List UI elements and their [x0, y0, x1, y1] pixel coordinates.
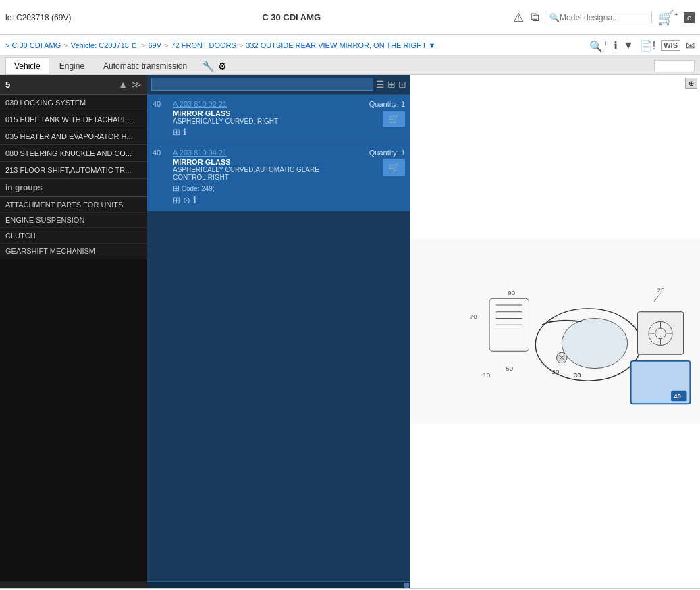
sidebar-item-030[interactable]: 030 LOCKING SYSTEM — [0, 95, 147, 111]
part-name-1: MIRROR GLASS — [173, 109, 364, 117]
part-pos-2: 40 — [153, 149, 167, 205]
extra-button[interactable]: e — [684, 12, 695, 23]
part-code-1[interactable]: A 203 810 02 21 — [173, 100, 364, 108]
sidebar-expand-btn[interactable]: ≫ — [132, 79, 142, 90]
parts-list-view-btn[interactable]: ☰ — [376, 79, 385, 90]
breadcrumb: > C 30 CDI AMG > Vehicle: C203718 🗒 > 69… — [0, 35, 700, 56]
breadcrumb-sep1: > — [63, 41, 68, 49]
parts-list: 40 A 203 810 02 21 MIRROR GLASS ASPHERIC… — [147, 95, 410, 581]
tab-icon-1[interactable]: 🔧 — [203, 61, 214, 72]
sidebar-filler — [0, 259, 147, 581]
sidebar: 5 ▲ ≫ 030 LOCKING SYSTEM 015 FUEL TANK W… — [0, 75, 147, 588]
parts-search-input[interactable] — [151, 78, 373, 91]
svg-text:50: 50 — [506, 365, 513, 373]
part-qty-cart-1: Quantity: 1 🛒 — [369, 100, 405, 137]
tab-search-input[interactable] — [654, 60, 695, 72]
svg-point-2 — [562, 319, 628, 369]
house-icon-1: ⊞ — [173, 127, 180, 137]
warning-icon[interactable]: ⚠ — [512, 9, 525, 26]
parts-grid-view-btn[interactable]: ⊞ — [387, 79, 396, 90]
part-details-1: A 203 810 02 21 MIRROR GLASS ASPHERICALL… — [173, 100, 364, 137]
breadcrumb-72[interactable]: 72 FRONT DOORS — [171, 41, 236, 49]
breadcrumb-sep4: > — [239, 41, 243, 49]
sidebar-item-015[interactable]: 015 FUEL TANK WITH DETACHABL... — [0, 111, 147, 128]
diagram-svg: 25 70 90 50 20 30 10 40 70 90 50 20 30 1… — [410, 237, 700, 426]
tabs: Vehicle Engine Automatic transmission 🔧 … — [0, 56, 700, 75]
part-desc-1: ASPHERICALLY CURVED, RIGHT — [173, 117, 364, 125]
tab-automatic-transmission[interactable]: Automatic transmission — [95, 57, 196, 74]
svg-text:30: 30 — [574, 372, 581, 379]
parts-compact-view-btn[interactable]: ⊡ — [398, 79, 406, 90]
info-icon-2[interactable]: ℹ — [193, 195, 196, 205]
sidebar-sub-engine-suspension[interactable]: ENGINE SUSPENSION — [0, 213, 147, 228]
sidebar-header-title: 5 — [5, 80, 10, 90]
breadcrumb-332[interactable]: 332 OUTSIDE REAR VIEW MIRROR, ON THE RIG… — [246, 41, 435, 49]
parts-scrollbar-thumb — [404, 583, 409, 588]
tab-icons: 🔧 ⚙ — [203, 61, 227, 72]
part-details-2: A 203 810 04 21 MIRROR GLASS ASPHERICALL… — [173, 149, 364, 205]
svg-text:90: 90 — [508, 290, 515, 297]
diagram-panel: ⊕ — [410, 75, 700, 588]
part-qty-cart-2: Quantity: 1 🛒 — [369, 149, 405, 205]
sidebar-header: 5 ▲ ≫ — [0, 75, 147, 95]
part-meta-2: ⊞ Code: 249; — [173, 184, 364, 193]
tab-search — [654, 60, 695, 72]
breadcrumb-sep3: > — [164, 41, 168, 49]
info-btn[interactable]: ℹ — [614, 39, 618, 52]
sidebar-scrollbar — [0, 581, 147, 588]
part-icons-1: ⊞ ℹ — [173, 127, 364, 137]
part-item-1[interactable]: 40 A 203 810 02 21 MIRROR GLASS ASPHERIC… — [147, 95, 410, 143]
info-icon-1[interactable]: ℹ — [183, 127, 186, 137]
part-name-2: MIRROR GLASS — [173, 158, 364, 166]
svg-text:20: 20 — [552, 369, 560, 376]
cart-container: 🛒+ — [656, 8, 680, 27]
house-icon-2: ⊞ — [173, 195, 180, 205]
svg-text:70: 70 — [470, 313, 477, 320]
breadcrumb-vehicle[interactable]: Vehicle: C203718 🗒 — [71, 41, 138, 49]
model-title: C 30 CDI AMG — [71, 12, 512, 22]
sidebar-sub-gearshift[interactable]: GEARSHIFT MECHANISM — [0, 244, 147, 259]
parts-scrollbar[interactable] — [147, 581, 410, 588]
qty-label-2: Quantity: 1 — [369, 149, 405, 157]
part-code-2[interactable]: A 203 810 04 21 — [173, 149, 364, 157]
main: 5 ▲ ≫ 030 LOCKING SYSTEM 015 FUEL TANK W… — [0, 75, 700, 588]
circle-icon-2: ⊙ — [183, 195, 190, 205]
zoom-search-btn[interactable]: 🔍+ — [589, 38, 608, 53]
cart-button[interactable]: 🛒+ — [656, 8, 680, 27]
diagram-zoom-btn[interactable]: ⊕ — [685, 78, 697, 89]
sidebar-item-213[interactable]: 213 FLOOR SHIFT,AUTOMATIC TR... — [0, 162, 147, 179]
add-to-cart-btn-1[interactable]: 🛒 — [383, 111, 405, 127]
sidebar-sub-attachment[interactable]: ATTACHMENT PARTS FOR UNITS — [0, 197, 147, 213]
add-to-cart-btn-2[interactable]: 🛒 — [383, 159, 405, 176]
part-pos-1: 40 — [153, 100, 167, 137]
breadcrumb-69v[interactable]: 69V — [148, 41, 161, 49]
header-icons: ⚠ ⧉ 🔍 🛒+ e — [512, 8, 695, 27]
wis-btn[interactable]: WIS — [661, 40, 680, 51]
svg-text:25: 25 — [657, 286, 665, 294]
tab-vehicle[interactable]: Vehicle — [5, 57, 49, 74]
parts-toolbar: ☰ ⊞ ⊡ — [147, 75, 410, 95]
svg-text:10: 10 — [483, 372, 490, 379]
sidebar-collapse-btn[interactable]: ▲ — [118, 79, 128, 90]
tab-icon-2[interactable]: ⚙ — [218, 61, 227, 72]
breadcrumb-tools: 🔍+ ℹ ▼ 📄! WIS ✉ — [589, 38, 695, 53]
qty-label-1: Quantity: 1 — [369, 100, 405, 108]
diagram-toolbar: ⊕ — [685, 78, 697, 89]
sidebar-sub-clutch[interactable]: CLUTCH — [0, 228, 147, 244]
header: le: C203718 (69V) C 30 CDI AMG ⚠ ⧉ 🔍 🛒+ … — [0, 0, 700, 35]
part-item-2[interactable]: 40 A 203 810 04 21 MIRROR GLASS ASPHERIC… — [147, 143, 410, 211]
breadcrumb-sep2: > — [141, 41, 145, 49]
doc-btn[interactable]: 📄! — [639, 39, 655, 52]
sidebar-item-080[interactable]: 080 STEERING KNUCKLE AND CO... — [0, 145, 147, 162]
parts-panel: ☰ ⊞ ⊡ 40 A 203 810 02 21 MIRROR GLASS AS… — [147, 75, 410, 588]
filter-btn[interactable]: ▼ — [623, 39, 634, 51]
mail-btn[interactable]: ✉ — [686, 39, 695, 52]
parts-toolbar-icons: ☰ ⊞ ⊡ — [376, 79, 406, 90]
copy-icon[interactable]: ⧉ — [529, 9, 541, 26]
breadcrumb-c30[interactable]: > C 30 CDI AMG — [5, 41, 61, 49]
search-icon: 🔍 — [549, 13, 560, 22]
tab-engine[interactable]: Engine — [51, 57, 93, 74]
search-input[interactable] — [560, 13, 647, 22]
sidebar-item-035[interactable]: 035 HEATER AND EVAPORATOR H... — [0, 128, 147, 145]
svg-rect-4 — [637, 312, 683, 354]
